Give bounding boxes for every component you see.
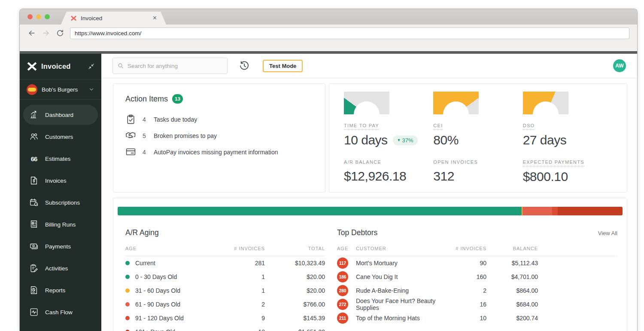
age-badge: 280 xyxy=(337,285,348,296)
browser-tab-bar: Invoiced × xyxy=(20,9,637,25)
handshake-icon xyxy=(125,130,136,141)
debtor-row[interactable]: 186 Cane You Dig It 160 $4,701.00 xyxy=(337,270,617,284)
aging-row-31-60[interactable]: 31 - 60 Days Old 1$20.00 xyxy=(125,284,325,297)
sidebar: Invoiced Bob's Burgers Dashboard Custome… xyxy=(20,54,101,331)
time-to-pay-gauge xyxy=(344,92,389,114)
age-badge: 186 xyxy=(337,271,348,282)
brand-name: Invoiced xyxy=(41,62,71,70)
dso-value: 27 days xyxy=(523,133,567,147)
sidebar-item-customers[interactable]: Customers xyxy=(23,127,98,147)
company-selector[interactable]: Bob's Burgers xyxy=(20,80,101,100)
status-dot xyxy=(125,302,130,306)
aging-row-current[interactable]: Current 281$10,323.49 xyxy=(125,256,325,270)
status-dot xyxy=(125,316,130,320)
stat-open-invoices: OPEN INVOICES 312 xyxy=(433,158,522,184)
payments-banknote-icon xyxy=(29,242,39,251)
refresh-icon[interactable] xyxy=(56,29,64,37)
action-items-count-badge: 13 xyxy=(172,94,183,104)
debtor-row[interactable]: 211 Top of the Morning Hats 10 $200.74 xyxy=(337,311,617,325)
action-items-card: Action Items 13 4 Tasks due today 5 Brok… xyxy=(113,83,325,193)
stat-expected-payments: EXPECTED PAYMENTS $800.10 xyxy=(523,158,612,184)
ar-aging-table: A/R Aging AGE # INVOICES TOTAL Current 2… xyxy=(125,228,325,331)
sidebar-item-invoices[interactable]: Invoices xyxy=(23,171,98,190)
debtor-row[interactable]: 272 Does Your Face Hurt? Beauty Supplies… xyxy=(337,297,617,311)
status-dot xyxy=(125,288,130,293)
sidebar-item-activities[interactable]: Activities xyxy=(23,258,98,278)
close-window-button[interactable] xyxy=(27,14,33,19)
search-icon xyxy=(117,62,124,69)
tab-close-icon[interactable]: × xyxy=(153,15,157,21)
metric-dso: DSO 27 days xyxy=(523,92,612,147)
zoom-window-button[interactable] xyxy=(45,14,50,19)
browser-tab[interactable]: Invoiced × xyxy=(61,12,166,25)
aging-row-121plus[interactable]: 121+ Days Old 18$1,651.30 xyxy=(125,325,325,331)
minimize-window-button[interactable] xyxy=(36,14,41,19)
sidebar-item-reports[interactable]: Reports xyxy=(23,280,98,300)
reports-icon xyxy=(29,285,39,295)
aging-row-61-90[interactable]: 61 - 90 Days Old 2$766.00 xyxy=(125,297,325,311)
view-all-link[interactable]: View All xyxy=(598,230,617,236)
down-triangle-icon: ▼ xyxy=(397,138,401,142)
age-badge: 272 xyxy=(337,299,348,310)
action-item-tasks[interactable]: 4 Tasks due today xyxy=(125,114,313,125)
time-to-pay-delta-badge: ▼37% xyxy=(393,135,418,145)
browser-window: Invoiced × Invoiced Bob's Burgers xyxy=(19,9,638,331)
search-input[interactable] xyxy=(128,63,223,69)
stat-ar-balance: A/R BALANCE $12,926.18 xyxy=(344,158,433,184)
test-mode-button[interactable]: Test Mode xyxy=(263,60,303,72)
top-debtors-title: Top Debtors xyxy=(337,228,377,237)
status-dot xyxy=(125,261,130,265)
history-icon[interactable] xyxy=(239,60,250,71)
billing-receipt-icon xyxy=(29,220,39,229)
back-icon[interactable] xyxy=(27,29,36,37)
debtor-row[interactable]: 117 Mort's Mortuary 90 $5,112.43 xyxy=(337,256,617,270)
quotes-icon xyxy=(29,154,39,163)
invoiced-favicon xyxy=(70,15,77,21)
activities-clipboard-icon xyxy=(29,264,39,273)
ar-aging-title: A/R Aging xyxy=(125,228,159,237)
company-logo xyxy=(27,84,37,95)
subscription-calendar-icon xyxy=(29,198,39,207)
customers-icon xyxy=(29,132,39,141)
aging-row-0-30[interactable]: 0 - 30 Days Old 1$20.00 xyxy=(125,270,325,284)
tasks-clipboard-icon xyxy=(125,114,136,125)
top-debtors-table: Top Debtors View All AGE CUSTOMER # INVO… xyxy=(337,228,617,331)
app-header: Test Mode AW xyxy=(101,54,637,78)
action-items-title: Action Items xyxy=(125,95,168,104)
sidebar-item-payments[interactable]: Payments xyxy=(23,236,98,256)
search-box[interactable] xyxy=(112,58,228,74)
url-input[interactable] xyxy=(70,28,629,39)
sidebar-item-subscriptions[interactable]: Subscriptions xyxy=(23,193,98,212)
cei-value: 80% xyxy=(433,133,459,147)
sidebar-item-billing-runs[interactable]: Billing Runs xyxy=(23,215,98,234)
time-to-pay-value: 10 days xyxy=(344,133,388,147)
metric-cei: CEI 80% xyxy=(433,92,522,147)
sidebar-item-estimates[interactable]: Estimates xyxy=(23,149,98,169)
age-badge: 117 xyxy=(337,257,348,269)
cash-flow-pulse-icon xyxy=(29,307,39,317)
aging-row-91-120[interactable]: 91 - 120 Days Old 9$145.39 xyxy=(125,311,325,325)
dso-label[interactable]: DSO xyxy=(523,123,535,130)
chevron-down-icon xyxy=(88,86,94,92)
metric-time-to-pay: TIME TO PAY 10 days ▼37% xyxy=(344,92,433,147)
action-item-autopay[interactable]: 4 AutoPay invoices missing payment infor… xyxy=(125,147,313,157)
cei-gauge xyxy=(433,92,479,114)
dashboard-content: Action Items 13 4 Tasks due today 5 Brok… xyxy=(101,78,637,331)
credit-card-icon xyxy=(125,147,136,157)
sidebar-item-cash-flow[interactable]: Cash Flow xyxy=(23,302,98,322)
invoiced-logo-icon xyxy=(27,61,37,72)
invoice-document-icon xyxy=(29,176,39,185)
time-to-pay-label[interactable]: TIME TO PAY xyxy=(344,123,379,130)
collapse-sidebar-icon[interactable] xyxy=(88,63,94,70)
tab-title: Invoiced xyxy=(81,15,102,21)
debtor-row[interactable]: 280 Rude A-Bake-Ening 2 $864.00 xyxy=(337,284,617,297)
cei-label[interactable]: CEI xyxy=(433,123,443,130)
avatar[interactable]: AW xyxy=(613,59,626,72)
age-badge: 211 xyxy=(337,313,348,324)
forward-icon[interactable] xyxy=(42,29,50,37)
sidebar-item-dashboard[interactable]: Dashboard xyxy=(23,105,98,125)
aging-card: A/R Aging AGE # INVOICES TOTAL Current 2… xyxy=(113,198,627,331)
company-name: Bob's Burgers xyxy=(42,86,78,93)
metrics-card: TIME TO PAY 10 days ▼37% CEI 80% xyxy=(329,83,627,193)
action-item-promises[interactable]: 5 Broken promises to pay xyxy=(125,130,313,141)
